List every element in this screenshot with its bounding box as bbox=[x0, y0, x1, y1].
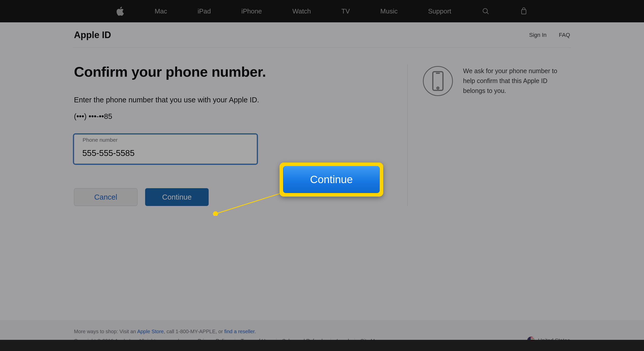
continue-button[interactable]: Continue bbox=[145, 188, 209, 206]
svg-rect-2 bbox=[522, 10, 526, 14]
search-icon[interactable] bbox=[482, 7, 489, 15]
footer-text: , call 1-800-MY-APPLE, or bbox=[164, 329, 224, 334]
sub-header: Apple ID Sign In FAQ bbox=[73, 22, 571, 48]
footer-text: More ways to shop: Visit an bbox=[74, 329, 137, 334]
svg-line-1 bbox=[487, 12, 488, 14]
phone-input-label: Phone number bbox=[83, 137, 118, 143]
phone-icon bbox=[423, 66, 453, 96]
nav-music[interactable]: Music bbox=[380, 7, 398, 15]
page-title: Apple ID bbox=[74, 30, 111, 40]
letterbox-bar bbox=[0, 340, 644, 351]
nav-ipad[interactable]: iPad bbox=[198, 7, 211, 15]
nav-mac[interactable]: Mac bbox=[155, 7, 167, 15]
svg-point-7 bbox=[213, 211, 218, 216]
find-reseller-link[interactable]: find a reseller bbox=[224, 329, 254, 334]
nav-watch[interactable]: Watch bbox=[293, 7, 311, 15]
footer-text: . bbox=[254, 329, 256, 334]
nav-tv[interactable]: TV bbox=[341, 7, 350, 15]
nav-iphone[interactable]: iPhone bbox=[241, 7, 262, 15]
global-nav: Mac iPad iPhone Watch TV Music Support bbox=[0, 0, 644, 22]
callout-continue-button[interactable]: Continue bbox=[283, 166, 380, 193]
svg-point-0 bbox=[483, 8, 487, 13]
nav-support[interactable]: Support bbox=[428, 7, 451, 15]
svg-point-4 bbox=[437, 87, 439, 89]
apple-logo-icon[interactable] bbox=[116, 7, 124, 16]
bag-icon[interactable] bbox=[520, 7, 528, 15]
masked-phone: (•••) •••-••85 bbox=[74, 112, 407, 121]
apple-store-link[interactable]: Apple Store bbox=[137, 329, 164, 334]
page-heading: Confirm your phone number. bbox=[74, 63, 407, 80]
sign-in-link[interactable]: Sign In bbox=[529, 32, 547, 38]
help-text: We ask for your phone number to help con… bbox=[463, 66, 570, 206]
cancel-button[interactable]: Cancel bbox=[74, 188, 137, 206]
callout-annotation: Continue bbox=[280, 163, 383, 197]
faq-link[interactable]: FAQ bbox=[559, 32, 570, 38]
instruction-text: Enter the phone number that you use with… bbox=[74, 96, 407, 104]
footer-shop-row: More ways to shop: Visit an Apple Store,… bbox=[74, 329, 570, 334]
